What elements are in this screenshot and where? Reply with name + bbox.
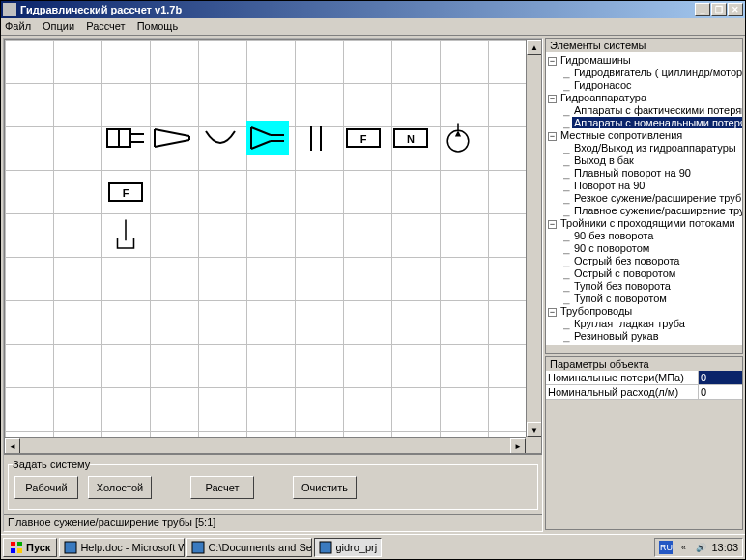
tree-node[interactable]: ⎯Гидродвигатель ( циллиндр/мотор ) <box>561 67 740 79</box>
elements-tree[interactable]: −Гидромашины⎯Гидродвигатель ( циллиндр/м… <box>546 52 742 345</box>
minimize-button[interactable]: _ <box>695 3 710 16</box>
tree-node[interactable]: ⎯90 с поворотом <box>561 242 740 255</box>
symbol-n-box[interactable]: N <box>389 121 432 155</box>
tree-leaf-dash: ⎯ <box>561 280 572 293</box>
tree-label[interactable]: Аппараты с номенальными потерями <box>572 117 742 128</box>
idle-button[interactable]: Холостой <box>88 476 152 499</box>
tree-node[interactable]: ⎯90 без поворота <box>561 230 740 242</box>
tree-label[interactable]: Выход в бак <box>572 154 636 166</box>
tree-label[interactable]: Гидронасос <box>572 79 634 91</box>
params-grid[interactable]: Номинальные потери(МПа)0Номинальный расх… <box>546 371 742 400</box>
symbol-arc[interactable] <box>199 121 242 155</box>
clear-button[interactable]: Очистить <box>293 476 357 499</box>
tree-node[interactable]: ⎯Гидронасос <box>561 79 740 92</box>
start-button[interactable]: Пуск <box>3 538 57 557</box>
tree-expander-icon[interactable]: − <box>548 308 557 317</box>
horizontal-scrollbar[interactable]: ◄ ► <box>5 437 526 453</box>
tree-node[interactable]: −Гидромашины <box>548 54 740 67</box>
tree-label[interactable]: Тройники с проходящими потоками <box>559 217 737 229</box>
app-icon <box>3 3 16 16</box>
param-name: Номинальные потери(МПа) <box>546 371 699 384</box>
tree-node[interactable]: ⎯Резкое сужение/расширение трубы <box>561 192 740 205</box>
tree-leaf-dash: ⎯ <box>561 192 572 205</box>
tree-node[interactable]: ⎯Выход в бак <box>561 154 740 167</box>
tree-node[interactable]: ⎯Резиновый рукав <box>561 330 740 343</box>
tree-label[interactable]: Резиновый рукав <box>572 330 661 342</box>
tree-label[interactable]: 90 без поворота <box>572 230 655 241</box>
symbol-parallel-lines[interactable] <box>295 121 337 155</box>
tree-label[interactable]: Тупой без поворота <box>572 280 673 292</box>
tree-node[interactable]: ⎯Вход/Выход из гидроаппаратуры <box>561 142 740 154</box>
tray-volume-icon[interactable]: 🔊 <box>694 541 707 554</box>
tree-label[interactable]: Плавный поворот на 90 <box>572 167 693 179</box>
statusbar: Плавное сужение/расширение трубы [5:1] <box>4 514 542 531</box>
symbol-pump-circle[interactable] <box>437 117 479 159</box>
param-row[interactable]: Номинальный расход(л/м)0 <box>546 385 742 400</box>
tree-node[interactable]: ⎯Острый без поворота <box>561 255 740 267</box>
vertical-scrollbar[interactable]: ▲ ▼ <box>526 40 541 437</box>
tree-node[interactable]: −Гидроаппаратура <box>548 92 740 104</box>
tree-label[interactable]: Гидроаппаратура <box>559 92 648 103</box>
tree-label[interactable]: Плавное сужение/расширение трубы <box>572 205 742 216</box>
menu-options[interactable]: Опции <box>43 20 74 33</box>
tree-node[interactable]: ⎯Аппараты с фактическими потерями <box>561 104 740 117</box>
tree-node[interactable]: ⎯Поворот на 90 <box>561 180 740 192</box>
tree-leaf-dash: ⎯ <box>561 79 572 92</box>
tree-label[interactable]: Острый с поворотом <box>572 267 677 279</box>
start-label: Пуск <box>26 542 50 553</box>
symbol-tank[interactable] <box>104 213 147 256</box>
symbol-cylinder[interactable] <box>104 121 147 155</box>
symbol-narrowing[interactable] <box>152 121 194 155</box>
taskbar-task[interactable]: C:\Documents and Settin... <box>186 538 312 557</box>
tree-label[interactable]: Острый без поворота <box>572 255 681 266</box>
tree-expander-icon[interactable]: − <box>548 132 557 141</box>
param-value[interactable]: 0 <box>699 371 742 384</box>
tree-expander-icon[interactable]: − <box>548 95 557 103</box>
tree-label[interactable]: Гидродвигатель ( циллиндр/мотор ) <box>572 67 742 78</box>
tree-label[interactable]: Трубопроводы <box>559 305 634 317</box>
menu-help[interactable]: Помощь <box>137 20 179 33</box>
language-indicator[interactable]: RU <box>659 541 673 554</box>
tree-node[interactable]: −Трубопроводы <box>548 305 740 318</box>
tree-node[interactable]: ⎯Тупой без поворота <box>561 280 740 293</box>
param-row[interactable]: Номинальные потери(МПа)0 <box>546 371 742 385</box>
tree-node[interactable]: ⎯Плавный поворот на 90 <box>561 167 740 180</box>
scroll-down-button[interactable]: ▼ <box>527 422 542 437</box>
maximize-button[interactable]: ❐ <box>711 3 727 16</box>
canvas-area[interactable]: F N F ▲ <box>4 39 542 454</box>
tree-node[interactable]: ⎯Плавное сужение/расширение трубы <box>561 205 740 217</box>
menu-file[interactable]: Файл <box>5 20 31 33</box>
tree-label[interactable]: Резкое сужение/расширение трубы <box>572 192 742 204</box>
scroll-right-button[interactable]: ► <box>510 438 526 454</box>
tree-label[interactable]: Гидромашины <box>559 54 633 66</box>
tree-expander-icon[interactable]: − <box>548 57 557 66</box>
tree-panel-title: Элементы системы <box>546 39 742 52</box>
tray-prev-icon[interactable]: « <box>676 541 690 554</box>
tree-label[interactable]: Тупой с поворотом <box>572 293 669 304</box>
tree-label[interactable]: Аппараты с фактическими потерями <box>572 104 742 116</box>
taskbar-task[interactable]: Help.doc - Microsoft Word <box>59 538 185 557</box>
taskbar-task[interactable]: gidro_prj <box>314 538 382 557</box>
tree-label[interactable]: Круглая гладкая труба <box>572 318 687 329</box>
tree-node[interactable]: ⎯Тупой с поворотом <box>561 293 740 305</box>
symbol-selected-apparatus[interactable] <box>246 121 289 155</box>
tree-label[interactable]: Поворот на 90 <box>572 180 646 191</box>
symbol-f-box-2[interactable]: F <box>104 175 147 210</box>
menu-calc[interactable]: Рассчет <box>86 20 126 33</box>
calc-button[interactable]: Расчет <box>190 476 254 499</box>
tree-label[interactable]: Местные сопротивления <box>559 129 684 141</box>
tree-node[interactable]: ⎯Острый с поворотом <box>561 267 740 280</box>
work-button[interactable]: Рабочий <box>14 476 78 499</box>
tree-node[interactable]: −Тройники с проходящими потоками <box>548 217 740 230</box>
tree-label[interactable]: Вход/Выход из гидроаппаратуры <box>572 142 738 154</box>
close-button[interactable]: ✕ <box>728 3 743 16</box>
scroll-left-button[interactable]: ◄ <box>5 438 20 454</box>
param-value[interactable]: 0 <box>699 385 742 399</box>
symbol-f-box[interactable]: F <box>342 121 385 155</box>
tree-expander-icon[interactable]: − <box>548 220 557 229</box>
tree-node[interactable]: ⎯Аппараты с номенальными потерями <box>561 117 740 129</box>
tree-label[interactable]: 90 с поворотом <box>572 242 651 254</box>
scroll-up-button[interactable]: ▲ <box>527 40 542 55</box>
tree-node[interactable]: ⎯Круглая гладкая труба <box>561 318 740 330</box>
tree-node[interactable]: −Местные сопротивления <box>548 129 740 142</box>
